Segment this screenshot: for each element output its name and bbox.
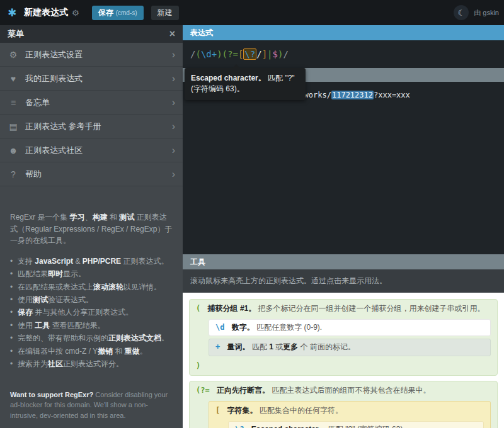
explain-row-charset[interactable]: [ 字符集。 匹配集合中的任何字符。 bbox=[209, 403, 490, 419]
chevron-right-icon: › bbox=[172, 49, 175, 60]
menu-title: 菜单 bbox=[8, 28, 24, 40]
top-right-controls: ☾ 由 gskin bbox=[454, 5, 499, 20]
open-paren-token: ( bbox=[196, 304, 200, 313]
explain-desc: 把多个标记分在同一组并创建一个捕获分组，用来创建子串或引用。 bbox=[258, 304, 485, 313]
sidebar-item-label: 我的正则表达式 bbox=[25, 73, 83, 84]
moon-icon: ☾ bbox=[457, 8, 465, 18]
token-tooltip: Escaped character。 匹配 "?" (字符编码 63)。 bbox=[185, 68, 306, 100]
sidebar-item-settings[interactable]: ⚙正则表达式设置› bbox=[0, 43, 183, 67]
explain-panel: ( 捕获分组 #1。 把多个标记分在同一组并创建一个捕获分组，用来创建子串或引用… bbox=[183, 293, 504, 428]
account-label[interactable]: 由 gskin bbox=[474, 8, 499, 18]
sidebar-item-reference[interactable]: ▤正则表达式 参考手册› bbox=[0, 115, 183, 138]
explain-row-lookahead[interactable]: (?= 正向先行断言。 匹配主表达式后面的组而不将其包含在结果中。 bbox=[190, 383, 497, 398]
explain-title: Escaped character。 bbox=[251, 425, 326, 428]
help-icon: ? bbox=[8, 169, 19, 179]
regex-token[interactable]: + bbox=[212, 49, 217, 59]
gear-icon: ⚙ bbox=[8, 50, 19, 60]
title-gear-icon[interactable]: ⚙ bbox=[72, 8, 79, 18]
feature-item: 在匹配结果或表达式上滚动滚轮以见详情。 bbox=[10, 282, 173, 293]
explain-title: 捕获分组 #1。 bbox=[208, 304, 256, 313]
explain-title: 量词。 bbox=[227, 342, 250, 351]
regex-token[interactable]: (?= bbox=[222, 49, 238, 59]
sidebar-item-favorites[interactable]: ♥我的正则表达式› bbox=[0, 67, 183, 91]
regex-token[interactable]: $ bbox=[273, 49, 278, 59]
new-button-label: 新建 bbox=[158, 8, 173, 18]
regex-token[interactable]: / bbox=[190, 49, 195, 59]
chevron-right-icon: › bbox=[172, 73, 175, 84]
bracket-token: [ bbox=[215, 406, 220, 415]
escaped-question-token: \? bbox=[235, 425, 244, 428]
group-children: \d 数字。 匹配任意数字 (0-9). + 量词。 匹配 1 或更多 个 前面… bbox=[209, 319, 491, 356]
close-paren-token: ) bbox=[196, 361, 200, 370]
feature-item: 保存 并与其他人分享正则表达式。 bbox=[10, 307, 173, 318]
new-button[interactable]: 新建 bbox=[151, 6, 179, 20]
regex-token[interactable]: ) bbox=[278, 49, 283, 59]
community-icon: ☻ bbox=[8, 145, 19, 155]
sidebar-item-help[interactable]: ?帮助› bbox=[0, 162, 183, 186]
save-button[interactable]: 保存 (cmd-s) bbox=[92, 6, 144, 20]
explain-desc: 匹配 1 或更多 个 前面的标记。 bbox=[252, 342, 355, 351]
explain-title: 字符集。 bbox=[227, 406, 258, 415]
feature-item: 使用 工具 查看匹配结果。 bbox=[10, 320, 173, 331]
menu-header: 菜单 × bbox=[0, 25, 183, 43]
explain-title: 正向先行断言。 bbox=[217, 386, 270, 395]
ad-support-note: Want to support RegExr? Consider disabli… bbox=[0, 390, 183, 428]
save-button-label: 保存 bbox=[98, 8, 113, 18]
tools-panel-header[interactable]: 工具 bbox=[183, 254, 504, 269]
explain-row-escaped-char[interactable]: \? Escaped character。 匹配 "?" (字符编码 63)。 bbox=[228, 421, 484, 428]
explain-charset-block: [ 字符集。 匹配集合中的任何字符。 \? Escaped character。… bbox=[209, 401, 491, 428]
explain-desc: 匹配 "?" (字符编码 63)。 bbox=[328, 425, 411, 428]
regex-token[interactable]: ) bbox=[217, 49, 222, 59]
main-panel: 表达式 /(\d+)(?=[\?/]|$)/ Escaped character… bbox=[183, 25, 504, 428]
test-text-input[interactable]: https://www.pixiv.net/artworks/117212312… bbox=[183, 82, 504, 254]
expression-input[interactable]: /(\d+)(?=[\?/]|$)/ bbox=[183, 40, 504, 68]
regex-token[interactable]: [ bbox=[238, 49, 243, 59]
sidebar-item-cheatsheet[interactable]: ≡备忘单› bbox=[0, 91, 183, 115]
sidebar-item-label: 正则表达式社区 bbox=[25, 145, 83, 156]
main-layout: 菜单 × ⚙正则表达式设置›♥我的正则表达式›≡备忘单›▤正则表达式 参考手册›… bbox=[0, 25, 504, 428]
feature-item: 匹配结果即时显示。 bbox=[10, 269, 173, 279]
dark-mode-toggle[interactable]: ☾ bbox=[454, 5, 469, 20]
features-list: 支持 JavaScript & PHP/PCRE 正则表达式。匹配结果即时显示。… bbox=[0, 254, 183, 372]
top-bar: ✱ 新建表达式 ⚙ 保存 (cmd-s) 新建 ☾ 由 gskin bbox=[0, 0, 504, 25]
test-text-suffix: ?xxx=xxx bbox=[374, 91, 410, 99]
regexr-logo-icon: ✱ bbox=[5, 6, 19, 20]
close-icon[interactable]: × bbox=[169, 28, 175, 40]
regex-token[interactable]: \? bbox=[243, 48, 256, 60]
tools-panel-title: 工具 bbox=[190, 257, 205, 268]
regex-token[interactable]: / bbox=[256, 49, 261, 59]
explain-desc: 匹配集合中的任何字符。 bbox=[260, 406, 343, 415]
feature-item: 完整的、带有帮助和示例的正则表达式文档。 bbox=[10, 333, 173, 344]
sidebar-item-label: 帮助 bbox=[25, 169, 42, 180]
heart-icon: ♥ bbox=[8, 74, 19, 84]
explain-group-lookahead: (?= 正向先行断言。 匹配主表达式后面的组而不将其包含在结果中。 [ 字符集。… bbox=[189, 381, 498, 428]
sidebar: 菜单 × ⚙正则表达式设置›♥我的正则表达式›≡备忘单›▤正则表达式 参考手册›… bbox=[0, 25, 183, 428]
expression-panel-header: 表达式 bbox=[183, 25, 504, 40]
tooltip-title: Escaped character。 bbox=[191, 74, 266, 82]
chevron-right-icon: › bbox=[172, 97, 175, 108]
explain-group-capture: ( 捕获分组 #1。 把多个标记分在同一组并创建一个捕获分组，用来创建子串或引用… bbox=[189, 299, 498, 376]
regex-token[interactable]: ] bbox=[262, 49, 267, 59]
regex-token[interactable]: ( bbox=[195, 49, 200, 59]
sidebar-item-label: 正则表达式 参考手册 bbox=[25, 121, 101, 132]
explain-row-group-close[interactable]: ) bbox=[190, 359, 497, 374]
sidebar-item-community[interactable]: ☻正则表达式社区› bbox=[0, 138, 183, 162]
cheatsheet-icon: ≡ bbox=[8, 98, 19, 108]
tools-hint-text: 滚动鼠标来高亮上方的正则表达式。通过点击来显示用法。 bbox=[183, 269, 504, 293]
sidebar-menu: ⚙正则表达式设置›♥我的正则表达式›≡备忘单›▤正则表达式 参考手册›☻正则表达… bbox=[0, 43, 183, 186]
match-highlight[interactable]: 117212312 bbox=[331, 91, 374, 99]
digit-token: \d bbox=[215, 323, 224, 332]
feature-item: 使用测试验证表达式。 bbox=[10, 295, 173, 305]
regex-token[interactable]: \d bbox=[201, 49, 212, 59]
explain-row-group-open[interactable]: ( 捕获分组 #1。 把多个标记分在同一组并创建一个捕获分组，用来创建子串或引用… bbox=[190, 301, 497, 317]
regex-token[interactable]: | bbox=[267, 49, 272, 59]
document-title: 新建表达式 bbox=[24, 7, 68, 18]
explain-row-quantifier[interactable]: + 量词。 匹配 1 或更多 个 前面的标记。 bbox=[209, 339, 491, 356]
save-shortcut-hint: (cmd-s) bbox=[116, 9, 137, 16]
explain-row-digit[interactable]: \d 数字。 匹配任意数字 (0-9). bbox=[209, 319, 491, 337]
regex-token[interactable]: / bbox=[283, 49, 288, 59]
sidebar-item-label: 备忘单 bbox=[25, 97, 50, 108]
feature-item: 支持 JavaScript & PHP/PCRE 正则表达式。 bbox=[10, 256, 173, 267]
chevron-right-icon: › bbox=[172, 145, 175, 156]
plus-token: + bbox=[215, 342, 220, 351]
